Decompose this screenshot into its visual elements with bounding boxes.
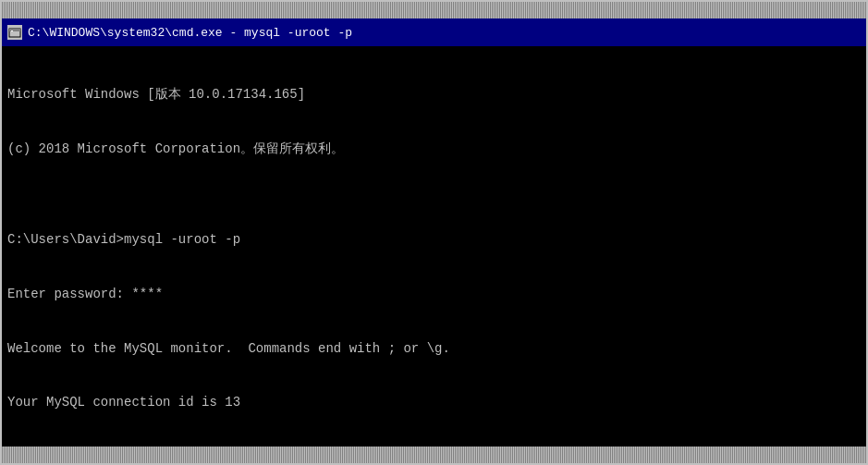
- top-bar: [2, 2, 866, 18]
- terminal-line-6: Welcome to the MySQL monitor. Commands e…: [7, 340, 861, 359]
- terminal-body[interactable]: Microsoft Windows [版本 10.0.17134.165] (c…: [2, 46, 866, 447]
- title-bar: C:\WINDOWS\system32\cmd.exe - mysql -uro…: [2, 18, 866, 46]
- svg-rect-1: [9, 29, 20, 31]
- title-bar-text: C:\WINDOWS\system32\cmd.exe - mysql -uro…: [28, 26, 861, 40]
- terminal-line-4: C:\Users\David>mysql -uroot -p: [7, 231, 861, 250]
- bottom-bar: [2, 447, 866, 463]
- terminal-line-5: Enter password: ****: [7, 286, 861, 304]
- terminal-line-2: (c) 2018 Microsoft Corporation。保留所有权利。: [7, 141, 861, 159]
- terminal-line-1: Microsoft Windows [版本 10.0.17134.165]: [7, 86, 861, 104]
- terminal-line-7: Your MySQL connection id is 13: [7, 394, 861, 412]
- svg-rect-2: [11, 31, 13, 31]
- cmd-window: C:\WINDOWS\system32\cmd.exe - mysql -uro…: [0, 0, 868, 465]
- window-icon: [7, 25, 22, 40]
